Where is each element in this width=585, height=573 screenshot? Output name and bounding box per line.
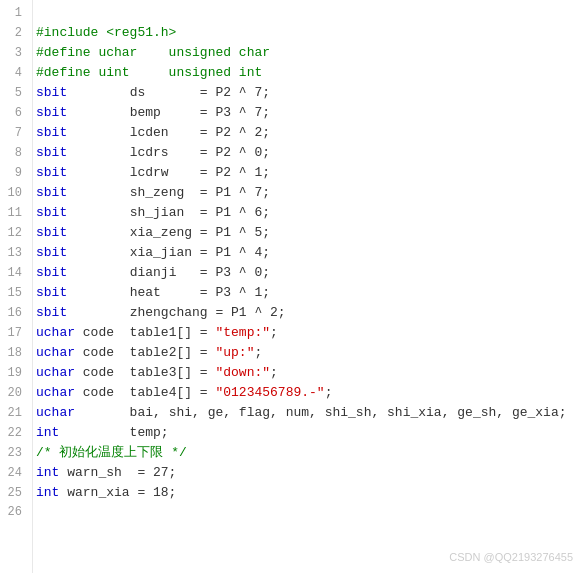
line-content: uchar code table3[] = "down:"; bbox=[32, 363, 585, 382]
line-content: int warn_sh = 27; bbox=[32, 463, 585, 482]
line-content: sbit bemp = P3 ^ 7; bbox=[32, 103, 585, 122]
line-content: sbit sh_jian = P1 ^ 6; bbox=[32, 203, 585, 222]
code-line: 3 #define uchar unsigned char bbox=[0, 43, 585, 63]
line-number: 4 bbox=[0, 64, 32, 83]
watermark: CSDN @QQ2193276455 bbox=[449, 551, 573, 563]
line-number: 24 bbox=[0, 464, 32, 483]
line-content: sbit lcdrw = P2 ^ 1; bbox=[32, 163, 585, 182]
line-content: sbit sh_zeng = P1 ^ 7; bbox=[32, 183, 585, 202]
code-line: 14 sbit dianji = P3 ^ 0; bbox=[0, 263, 585, 283]
line-content: uchar code table2[] = "up:"; bbox=[32, 343, 585, 362]
code-line: 18 uchar code table2[] = "up:"; bbox=[0, 343, 585, 363]
line-number: 16 bbox=[0, 304, 32, 323]
line-number: 11 bbox=[0, 204, 32, 223]
line-number: 14 bbox=[0, 264, 32, 283]
line-content: int warn_xia = 18; bbox=[32, 483, 585, 502]
line-number: 19 bbox=[0, 364, 32, 383]
code-editor: 1 2 #include <reg51.h> 3 #define uchar u… bbox=[0, 0, 585, 573]
line-number: 12 bbox=[0, 224, 32, 243]
code-line: 1 bbox=[0, 4, 585, 23]
code-line: 13 sbit xia_jian = P1 ^ 4; bbox=[0, 243, 585, 263]
code-line: 20 uchar code table4[] = "0123456789.-"; bbox=[0, 383, 585, 403]
line-number: 10 bbox=[0, 184, 32, 203]
line-number: 2 bbox=[0, 24, 32, 43]
line-number: 7 bbox=[0, 124, 32, 143]
code-line: 25 int warn_xia = 18; bbox=[0, 483, 585, 503]
line-number: 22 bbox=[0, 424, 32, 443]
line-content: #define uchar unsigned char bbox=[32, 43, 585, 62]
line-content: sbit ds = P2 ^ 7; bbox=[32, 83, 585, 102]
line-content: sbit heat = P3 ^ 1; bbox=[32, 283, 585, 302]
line-content: uchar code table4[] = "0123456789.-"; bbox=[32, 383, 585, 402]
line-number: 9 bbox=[0, 164, 32, 183]
code-line: 6 sbit bemp = P3 ^ 7; bbox=[0, 103, 585, 123]
line-number: 26 bbox=[0, 503, 32, 522]
line-number: 1 bbox=[0, 4, 32, 23]
code-line: 12 sbit xia_zeng = P1 ^ 5; bbox=[0, 223, 585, 243]
code-line: 4 #define uint unsigned int bbox=[0, 63, 585, 83]
line-content: #define uint unsigned int bbox=[32, 63, 585, 82]
code-line: 22 int temp; bbox=[0, 423, 585, 443]
code-line: 26 bbox=[0, 503, 585, 522]
code-line: 17 uchar code table1[] = "temp:"; bbox=[0, 323, 585, 343]
line-divider bbox=[32, 0, 33, 573]
code-line: 24 int warn_sh = 27; bbox=[0, 463, 585, 483]
code-line: 2 #include <reg51.h> bbox=[0, 23, 585, 43]
line-content: sbit lcden = P2 ^ 2; bbox=[32, 123, 585, 142]
line-content: int temp; bbox=[32, 423, 585, 442]
line-number: 15 bbox=[0, 284, 32, 303]
line-content: /* 初始化温度上下限 */ bbox=[32, 443, 585, 462]
code-line: 23 /* 初始化温度上下限 */ bbox=[0, 443, 585, 463]
line-number: 13 bbox=[0, 244, 32, 263]
line-number: 3 bbox=[0, 44, 32, 63]
code-line: 16 sbit zhengchang = P1 ^ 2; bbox=[0, 303, 585, 323]
line-content: sbit zhengchang = P1 ^ 2; bbox=[32, 303, 585, 322]
line-content: uchar code table1[] = "temp:"; bbox=[32, 323, 585, 342]
line-content: sbit xia_zeng = P1 ^ 5; bbox=[32, 223, 585, 242]
line-number: 20 bbox=[0, 384, 32, 403]
code-line: 19 uchar code table3[] = "down:"; bbox=[0, 363, 585, 383]
code-line: 7 sbit lcden = P2 ^ 2; bbox=[0, 123, 585, 143]
code-line: 8 sbit lcdrs = P2 ^ 0; bbox=[0, 143, 585, 163]
code-line: 5 sbit ds = P2 ^ 7; bbox=[0, 83, 585, 103]
line-number: 17 bbox=[0, 324, 32, 343]
line-content: #include <reg51.h> bbox=[32, 23, 585, 42]
line-content: sbit xia_jian = P1 ^ 4; bbox=[32, 243, 585, 262]
code-line: 15 sbit heat = P3 ^ 1; bbox=[0, 283, 585, 303]
code-line: 21 uchar bai, shi, ge, flag, num, shi_sh… bbox=[0, 403, 585, 423]
line-number: 21 bbox=[0, 404, 32, 423]
line-content: sbit dianji = P3 ^ 0; bbox=[32, 263, 585, 282]
line-number: 18 bbox=[0, 344, 32, 363]
line-number: 23 bbox=[0, 444, 32, 463]
line-content: uchar bai, shi, ge, flag, num, shi_sh, s… bbox=[32, 403, 585, 422]
line-content: sbit lcdrs = P2 ^ 0; bbox=[32, 143, 585, 162]
line-number: 25 bbox=[0, 484, 32, 503]
line-number: 6 bbox=[0, 104, 32, 123]
line-number: 5 bbox=[0, 84, 32, 103]
code-line: 10 sbit sh_zeng = P1 ^ 7; bbox=[0, 183, 585, 203]
code-line: 11 sbit sh_jian = P1 ^ 6; bbox=[0, 203, 585, 223]
code-line: 9 sbit lcdrw = P2 ^ 1; bbox=[0, 163, 585, 183]
line-number: 8 bbox=[0, 144, 32, 163]
